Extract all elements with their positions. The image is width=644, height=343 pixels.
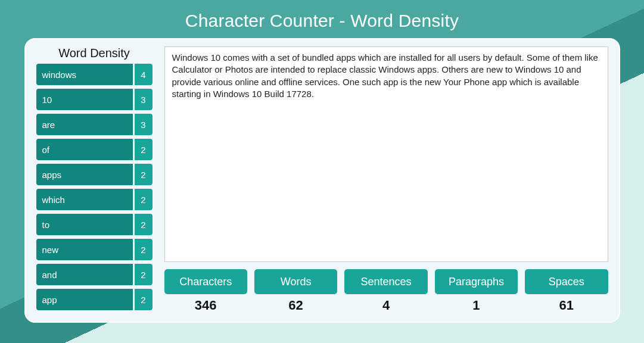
density-word: apps — [36, 164, 133, 185]
density-count: 2 — [135, 239, 153, 260]
density-row: which2 — [36, 189, 153, 210]
density-count: 3 — [135, 114, 153, 135]
sidebar-title: Word Density — [36, 46, 153, 60]
stat-characters-label: Characters — [164, 269, 247, 294]
density-count: 2 — [135, 289, 153, 310]
word-density-sidebar: Word Density windows4103are3of2apps2whic… — [36, 46, 153, 313]
density-row: of2 — [36, 139, 153, 160]
density-word: of — [36, 139, 133, 160]
density-row: windows4 — [36, 64, 153, 85]
density-word: and — [36, 264, 133, 285]
density-word: to — [36, 214, 133, 235]
density-count: 4 — [135, 64, 153, 85]
stat-sentences-label: Sentences — [344, 269, 427, 294]
density-row: new2 — [36, 239, 153, 260]
stat-characters: Characters 346 — [164, 269, 247, 313]
density-word: windows — [36, 64, 133, 85]
main-panel: Word Density windows4103are3of2apps2whic… — [24, 38, 620, 323]
density-word: new — [36, 239, 133, 260]
density-count: 2 — [135, 264, 153, 285]
density-count: 2 — [135, 214, 153, 235]
density-row: and2 — [36, 264, 153, 285]
main-area: Characters 346 Words 62 Sentences 4 Para… — [164, 46, 608, 313]
density-count: 3 — [135, 89, 153, 110]
stat-words-value: 62 — [288, 298, 303, 313]
stat-sentences: Sentences 4 — [344, 269, 427, 313]
density-count: 2 — [135, 189, 153, 210]
app-header: Character Counter - Word Density — [0, 0, 644, 38]
density-row: are3 — [36, 114, 153, 135]
app-title: Character Counter - Word Density — [0, 11, 644, 31]
density-word: which — [36, 189, 133, 210]
density-count: 2 — [135, 164, 153, 185]
stat-sentences-value: 4 — [382, 298, 390, 313]
density-word: 10 — [36, 89, 133, 110]
density-word: app — [36, 289, 133, 310]
density-word: are — [36, 114, 133, 135]
density-row: apps2 — [36, 164, 153, 185]
stat-paragraphs: Paragraphs 1 — [435, 269, 518, 313]
density-count: 2 — [135, 139, 153, 160]
density-list: windows4103are3of2apps2which2to2new2and2… — [36, 64, 153, 310]
stat-paragraphs-label: Paragraphs — [435, 269, 518, 294]
stat-characters-value: 346 — [195, 298, 217, 313]
stat-spaces-value: 61 — [559, 298, 574, 313]
density-row: app2 — [36, 289, 153, 310]
stat-spaces: Spaces 61 — [525, 269, 608, 313]
stat-spaces-label: Spaces — [525, 269, 608, 294]
stat-words-label: Words — [254, 269, 337, 294]
stat-paragraphs-value: 1 — [472, 298, 480, 313]
density-row: to2 — [36, 214, 153, 235]
text-input[interactable] — [164, 46, 608, 262]
stats-row: Characters 346 Words 62 Sentences 4 Para… — [164, 269, 608, 313]
density-row: 103 — [36, 89, 153, 110]
stat-words: Words 62 — [254, 269, 337, 313]
